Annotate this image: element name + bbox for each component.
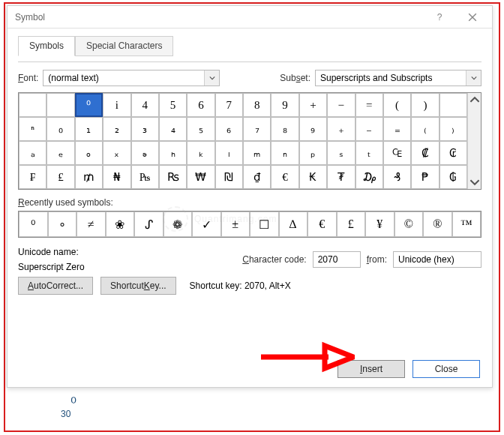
tab-symbols[interactable]: Symbols xyxy=(18,36,75,56)
tab-special-characters[interactable]: Special Characters xyxy=(75,36,173,56)
scrollbar[interactable] xyxy=(467,93,481,189)
symbol-cell[interactable]: ₯ xyxy=(356,165,383,189)
symbol-cell[interactable]: ) xyxy=(411,93,439,117)
recent-symbol-cell[interactable]: ± xyxy=(221,212,250,237)
recent-symbol-cell[interactable]: ❁ xyxy=(164,212,193,237)
subset-combo[interactable] xyxy=(315,70,482,86)
symbol-cell[interactable]: ₂ xyxy=(103,117,130,141)
recent-symbol-cell[interactable]: ® xyxy=(423,212,452,237)
symbol-cell[interactable]: ₑ xyxy=(46,141,74,165)
symbol-cell[interactable]: ₲ xyxy=(440,165,467,189)
symbol-cell[interactable]: ₇ xyxy=(243,117,271,141)
symbol-cell[interactable]: ₛ xyxy=(327,141,355,165)
charcode-input[interactable] xyxy=(313,251,361,268)
symbol-cell[interactable]: + xyxy=(299,93,327,117)
symbol-cell[interactable]: 7 xyxy=(215,93,243,117)
symbol-cell[interactable]: ₆ xyxy=(215,117,243,141)
symbol-cell[interactable]: ₦ xyxy=(103,165,130,189)
symbol-cell[interactable]: ₅ xyxy=(187,117,214,141)
insert-button[interactable]: Insert xyxy=(338,360,405,378)
recent-symbol-cell[interactable]: ❀ xyxy=(106,212,135,237)
symbol-cell[interactable]: ₘ xyxy=(243,141,271,165)
symbol-cell[interactable]: ₖ xyxy=(187,141,214,165)
symbol-cell[interactable]: ₭ xyxy=(299,165,327,189)
symbol-cell[interactable] xyxy=(19,93,46,117)
symbol-cell[interactable]: ₀ xyxy=(46,117,74,141)
symbol-cell[interactable]: 4 xyxy=(131,93,159,117)
recent-symbol-cell[interactable]: ∘ xyxy=(48,212,77,237)
symbol-cell[interactable]: ₧ xyxy=(131,165,159,189)
symbol-cell[interactable]: € xyxy=(271,165,298,189)
symbol-cell[interactable]: ₢ xyxy=(440,141,467,165)
recent-symbol-cell[interactable]: ≠ xyxy=(76,212,106,237)
symbol-cell[interactable] xyxy=(46,93,74,117)
close-icon[interactable] xyxy=(458,8,488,27)
symbol-cell[interactable]: ₕ xyxy=(159,141,187,165)
symbol-cell[interactable]: ⁿ xyxy=(19,117,46,141)
symbol-cell[interactable]: 8 xyxy=(243,93,271,117)
symbol-cell[interactable]: ₱ xyxy=(411,165,439,189)
symbol-cell[interactable]: ₍ xyxy=(411,117,439,141)
chevron-down-icon[interactable] xyxy=(466,70,481,86)
symbol-cell[interactable]: ₊ xyxy=(327,117,355,141)
symbol-cell[interactable]: 5 xyxy=(159,93,187,117)
symbol-cell[interactable] xyxy=(440,93,467,117)
symbol-cell[interactable]: ₙ xyxy=(271,141,298,165)
font-combo[interactable] xyxy=(43,70,220,86)
help-button[interactable]: ? xyxy=(424,8,454,27)
symbol-cell[interactable]: ₰ xyxy=(383,165,411,189)
symbol-cell[interactable]: ₩ xyxy=(187,165,214,189)
symbol-cell[interactable]: ₫ xyxy=(243,165,271,189)
from-combo[interactable] xyxy=(393,251,482,268)
symbol-cell[interactable]: ₒ xyxy=(75,141,103,165)
symbol-cell[interactable]: = xyxy=(356,93,383,117)
symbol-cell[interactable]: ₁ xyxy=(75,117,103,141)
symbol-cell[interactable]: ₜ xyxy=(356,141,383,165)
symbol-cell[interactable]: ₚ xyxy=(299,141,327,165)
symbol-cell[interactable]: ₋ xyxy=(356,117,383,141)
charcode-label: Character code: xyxy=(242,254,306,265)
symbol-cell[interactable]: ₗ xyxy=(215,141,243,165)
font-input[interactable] xyxy=(44,70,204,86)
symbol-cell[interactable]: ⁰ xyxy=(75,93,103,117)
recent-symbol-cell[interactable]: ✓ xyxy=(192,212,221,237)
autocorrect-button[interactable]: AutoCorrect... xyxy=(18,277,93,295)
symbol-cell[interactable]: ₣ xyxy=(19,165,46,189)
symbol-cell[interactable]: 6 xyxy=(187,93,214,117)
recent-symbol-cell[interactable]: ᔑ xyxy=(134,212,164,237)
symbol-cell[interactable]: ₔ xyxy=(131,141,159,165)
symbol-cell[interactable]: ₉ xyxy=(299,117,327,141)
symbol-cell[interactable]: ₄ xyxy=(159,117,187,141)
symbol-cell[interactable]: ₓ xyxy=(103,141,130,165)
symbol-cell[interactable]: ₡ xyxy=(411,141,439,165)
symbol-cell[interactable]: i xyxy=(103,93,130,117)
symbol-cell[interactable]: ₈ xyxy=(271,117,298,141)
recent-symbol-cell[interactable]: £ xyxy=(337,212,366,237)
symbol-cell[interactable]: ₨ xyxy=(159,165,187,189)
symbol-cell[interactable]: ₠ xyxy=(383,141,411,165)
scroll-down-icon[interactable] xyxy=(470,177,480,188)
recent-symbol-cell[interactable]: ™ xyxy=(452,212,482,237)
symbol-cell[interactable]: ₥ xyxy=(75,165,103,189)
symbol-cell[interactable]: ₤ xyxy=(46,165,74,189)
scroll-up-icon[interactable] xyxy=(470,94,480,105)
recent-symbol-cell[interactable]: ☐ xyxy=(250,212,279,237)
symbol-cell[interactable]: 9 xyxy=(271,93,298,117)
symbol-cell[interactable]: ₮ xyxy=(327,165,355,189)
symbol-cell[interactable]: ( xyxy=(383,93,411,117)
recent-symbol-cell[interactable]: ⁰ xyxy=(19,212,48,237)
shortcut-key-button[interactable]: Shortcut Key... xyxy=(100,277,176,295)
chevron-down-icon[interactable] xyxy=(204,70,219,86)
symbol-cell[interactable]: − xyxy=(327,93,355,117)
subset-input[interactable] xyxy=(316,70,466,86)
symbol-cell[interactable]: ₐ xyxy=(19,141,46,165)
symbol-cell[interactable]: ₌ xyxy=(383,117,411,141)
close-button[interactable]: Close xyxy=(412,360,480,378)
recent-symbol-cell[interactable]: © xyxy=(394,212,424,237)
recent-symbol-cell[interactable]: ∆ xyxy=(279,212,308,237)
recent-symbol-cell[interactable]: € xyxy=(308,212,337,237)
symbol-cell[interactable]: ₎ xyxy=(440,117,467,141)
symbol-cell[interactable]: ₃ xyxy=(131,117,159,141)
recent-symbol-cell[interactable]: ¥ xyxy=(365,212,394,237)
symbol-cell[interactable]: ₪ xyxy=(215,165,243,189)
